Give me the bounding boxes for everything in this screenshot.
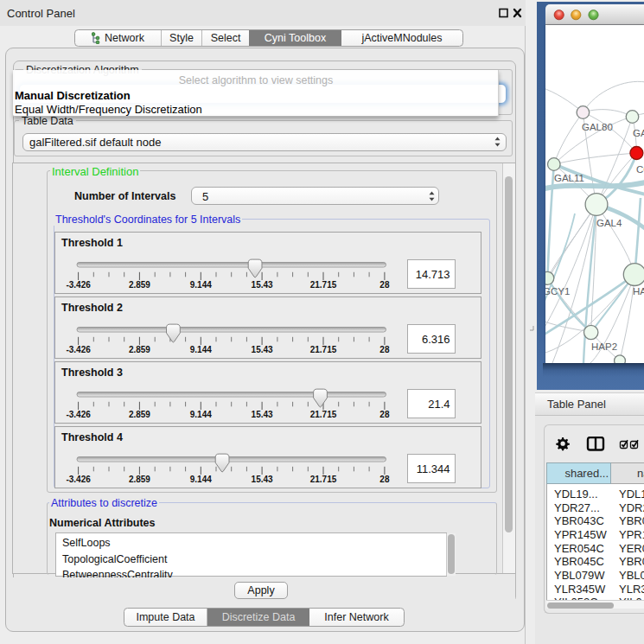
svg-text:2.859: 2.859 <box>129 279 150 289</box>
svg-text:HA: HA <box>633 286 644 296</box>
svg-text:21.715: 21.715 <box>310 409 337 418</box>
svg-text:9.144: 9.144 <box>190 409 212 418</box>
svg-text:-3.426: -3.426 <box>66 409 91 418</box>
svg-text:2.859: 2.859 <box>129 474 150 483</box>
svg-text:GAL7: GAL7 <box>633 128 644 138</box>
svg-text:28: 28 <box>379 409 390 418</box>
svg-text:-3.426: -3.426 <box>66 474 91 483</box>
svg-text:28: 28 <box>379 344 390 354</box>
svg-text:15.43: 15.43 <box>252 474 273 483</box>
svg-text:GAL4: GAL4 <box>596 218 622 228</box>
svg-text:9.144: 9.144 <box>190 344 212 354</box>
svg-text:28: 28 <box>379 279 390 289</box>
svg-text:HAP2: HAP2 <box>591 341 617 352</box>
svg-text:2.859: 2.859 <box>129 344 150 354</box>
svg-text:-3.426: -3.426 <box>66 344 91 354</box>
svg-text:-3.426: -3.426 <box>66 279 91 289</box>
svg-text:CG: CG <box>636 164 644 175</box>
svg-text:9.144: 9.144 <box>190 474 212 483</box>
svg-text:21.715: 21.715 <box>310 474 337 483</box>
svg-text:15.43: 15.43 <box>252 279 273 289</box>
svg-text:GAL11: GAL11 <box>554 173 584 183</box>
svg-text:9.144: 9.144 <box>190 279 212 289</box>
svg-text:21.715: 21.715 <box>310 279 337 289</box>
svg-text:GCY1: GCY1 <box>545 286 570 296</box>
svg-text:15.43: 15.43 <box>252 409 273 418</box>
svg-text:GAL80: GAL80 <box>582 122 613 132</box>
svg-text:28: 28 <box>379 474 390 483</box>
svg-text:15.43: 15.43 <box>252 344 273 354</box>
svg-text:21.715: 21.715 <box>310 344 337 354</box>
svg-text:2.859: 2.859 <box>129 409 150 418</box>
